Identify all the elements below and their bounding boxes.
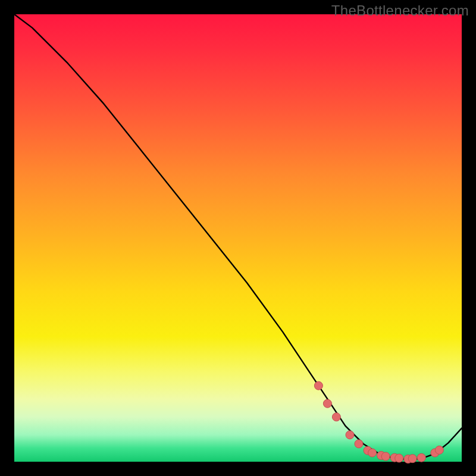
sample-dot bbox=[408, 455, 416, 463]
watermark-text: TheBottlenecker.com bbox=[331, 2, 469, 19]
sample-dot bbox=[417, 453, 425, 462]
sample-dot bbox=[323, 399, 331, 408]
sample-dot bbox=[395, 454, 403, 462]
sample-dot bbox=[355, 440, 363, 448]
sample-dot bbox=[332, 413, 340, 421]
sample-dot bbox=[368, 449, 377, 457]
sample-dot bbox=[435, 446, 443, 454]
sample-dot bbox=[381, 452, 390, 461]
sample-dot bbox=[314, 381, 322, 390]
sample-dot bbox=[346, 431, 354, 439]
sample-dots-svg bbox=[14, 14, 462, 462]
chart-frame: TheBottlenecker.com bbox=[0, 0, 476, 476]
